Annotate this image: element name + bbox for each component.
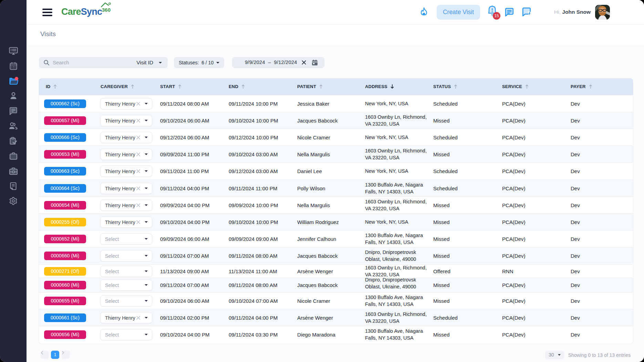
- svg-text:15: 15: [494, 13, 499, 18]
